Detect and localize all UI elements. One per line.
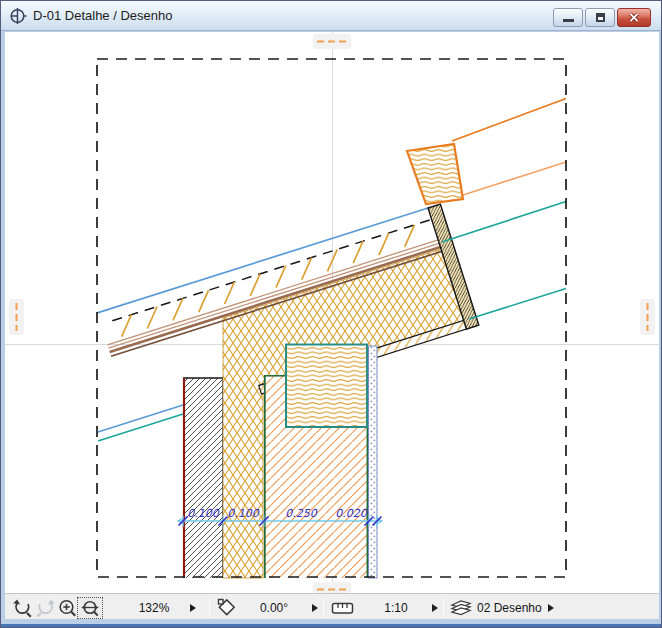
flyout-arrow-icon (432, 604, 438, 612)
rafter-bottom-line (463, 162, 566, 195)
close-button[interactable] (617, 8, 651, 27)
layers-icon (449, 597, 473, 619)
edge-marker-top (313, 34, 351, 49)
zoom-next-button[interactable] (34, 594, 56, 622)
restore-button[interactable] (585, 8, 615, 27)
dimension-label: 0.250 (285, 507, 317, 520)
toolbar-separator (443, 598, 444, 618)
detail-marker-icon (9, 7, 27, 25)
scale-tool[interactable] (329, 594, 355, 622)
flyout-arrow-icon (190, 604, 196, 612)
scale-value[interactable]: 1:10 (365, 594, 427, 622)
restore-icon (596, 13, 605, 22)
toolbar-separator (209, 598, 210, 618)
edge-marker-bottom (313, 582, 351, 593)
wall-plaster-layer (369, 346, 378, 578)
minimize-button[interactable] (553, 8, 583, 27)
minimize-icon (563, 19, 574, 22)
layer-value[interactable]: 02 Desenho (477, 594, 542, 622)
zoom-previous-button[interactable] (11, 594, 33, 622)
zoom-in-button[interactable] (56, 594, 78, 622)
rotation-value[interactable]: 0.00° (243, 594, 305, 622)
zoom-value[interactable]: 132% (123, 594, 185, 622)
dimension-label: 0.020 (335, 507, 367, 520)
edge-marker-right (640, 299, 655, 335)
purlin-section (407, 144, 463, 204)
window-bottom-edge (1, 619, 661, 627)
fit-in-window-icon (79, 598, 101, 618)
flyout-arrow-icon (548, 604, 554, 612)
rotation-flyout-button[interactable] (309, 594, 321, 622)
zoom-next-icon (35, 598, 56, 619)
detail-drawing-canvas[interactable]: 0.100 0.100 0.250 0.020 (5, 32, 659, 593)
toolbar-separator (323, 598, 324, 618)
membrane-teal-lower (469, 289, 566, 320)
zoom-previous-icon (12, 598, 33, 619)
dimension-label: 0.100 (227, 507, 259, 520)
rafter-top-line (452, 99, 566, 142)
layer-tool[interactable] (448, 594, 474, 622)
rotation-tool[interactable] (214, 594, 238, 622)
scale-flyout-button[interactable] (429, 594, 441, 622)
window-title: D-01 Detalhe / Desenho (33, 8, 172, 23)
wall-interior-layer (183, 378, 223, 578)
membrane-teal-upper (442, 202, 566, 243)
app-window: D-01 Detalhe / Desenho (0, 0, 662, 628)
wall-plate-section (286, 345, 367, 428)
ruler-icon (331, 599, 354, 617)
bottom-toolbar: 132% 0.00° 1:10 (5, 593, 659, 621)
fit-in-window-button[interactable] (77, 597, 103, 619)
drawing-client-area: 0.100 0.100 0.250 0.020 (5, 32, 659, 593)
close-icon (618, 9, 650, 26)
zoom-in-icon (57, 598, 78, 619)
dimension-label: 0.100 (187, 507, 219, 520)
edge-marker-left (9, 299, 24, 335)
zoom-flyout-button[interactable] (187, 594, 199, 622)
layer-flyout-button[interactable] (545, 594, 557, 622)
title-bar[interactable]: D-01 Detalhe / Desenho (1, 1, 661, 31)
rotation-icon (215, 597, 237, 619)
flyout-arrow-icon (312, 604, 318, 612)
